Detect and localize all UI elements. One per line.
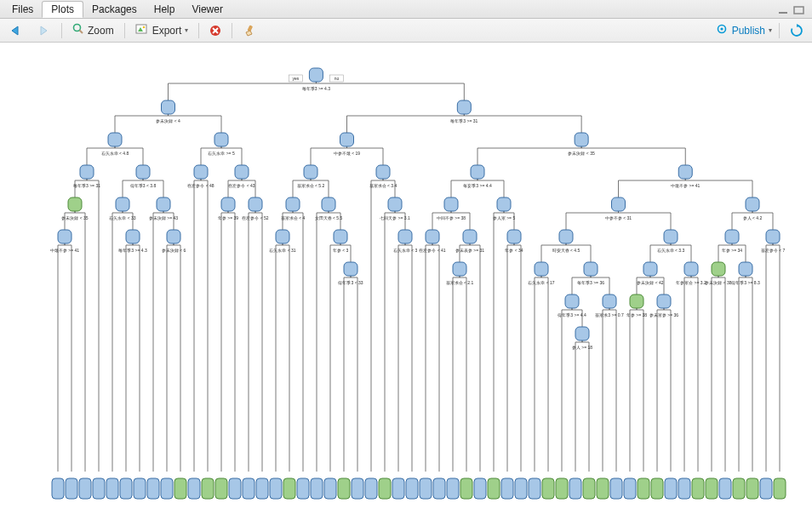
minimize-icon[interactable] (778, 5, 790, 14)
svg-text:在左参令 < 41: 在左参令 < 41 (419, 248, 445, 253)
svg-text:毎年季3 >= 31: 毎年季3 >= 31 (450, 118, 477, 123)
magnifier-icon (72, 23, 84, 37)
svg-rect-148 (379, 478, 391, 499)
svg-rect-140 (270, 478, 282, 499)
svg-text:七回天参 >= 3.1: 七回天参 >= 3.1 (380, 215, 410, 220)
clear-brush-icon[interactable] (239, 23, 260, 38)
back-arrow-icon[interactable] (5, 23, 27, 38)
svg-rect-46 (457, 100, 471, 114)
svg-text:得年季3 >= 8.3: 得年季3 >= 8.3 (731, 280, 760, 285)
svg-text:在左参令 < 43: 在左参令 < 43 (228, 183, 254, 188)
svg-rect-162 (569, 478, 581, 499)
svg-rect-131 (147, 478, 159, 499)
svg-point-6 (142, 26, 145, 29)
menu-help[interactable]: Help (146, 2, 184, 17)
svg-text:年参 >= 38: 年参 >= 38 (626, 312, 647, 317)
export-button[interactable]: Export ▾ (132, 21, 192, 39)
svg-rect-82 (507, 230, 521, 243)
svg-rect-127 (93, 478, 105, 499)
zoom-button[interactable]: Zoom (69, 21, 117, 39)
chevron-down-icon: ▾ (185, 26, 188, 34)
svg-rect-176 (760, 478, 772, 499)
svg-rect-96 (575, 327, 589, 340)
svg-rect-66 (398, 230, 412, 243)
menu-files[interactable]: Files (3, 2, 42, 17)
svg-rect-144 (324, 478, 336, 499)
refresh-icon[interactable] (786, 22, 807, 39)
svg-rect-135 (202, 478, 214, 499)
svg-rect-102 (643, 262, 657, 276)
forward-arrow-icon[interactable] (32, 23, 54, 38)
svg-point-12 (720, 27, 723, 30)
menu-viewer[interactable]: Viewer (183, 2, 231, 17)
svg-text:基家求会 < 2.1: 基家求会 < 2.1 (446, 280, 474, 285)
svg-rect-154 (460, 478, 472, 499)
svg-text:石矢永幸 < 17: 石矢永幸 < 17 (528, 280, 554, 285)
svg-rect-133 (174, 478, 186, 499)
svg-text:每妄季3 >= 4.4: 每妄季3 >= 4.4 (463, 183, 492, 188)
picture-export-icon (135, 23, 149, 37)
svg-text:参未決録 < 35: 参未決録 < 35 (568, 151, 594, 156)
svg-text:得年季3 >= 4.4: 得年季3 >= 4.4 (558, 312, 586, 317)
svg-text:毎年季3 >= 4.3: 毎年季3 >= 4.3 (302, 86, 331, 91)
svg-rect-14 (309, 68, 323, 82)
svg-rect-138 (243, 478, 254, 499)
svg-rect-22 (68, 197, 82, 211)
plot-area: 毎年季3 >= 4.3参未決録 < 4石矢永幸 < 4.8毎年季3 >= 31参… (0, 43, 812, 509)
svg-rect-163 (583, 478, 595, 499)
svg-rect-68 (575, 133, 588, 146)
svg-rect-126 (79, 478, 91, 499)
svg-rect-161 (556, 478, 568, 499)
svg-text:中最不参 >= 41: 中最不参 >= 41 (50, 248, 79, 253)
svg-rect-70 (471, 165, 484, 179)
svg-rect-28 (116, 197, 129, 211)
publish-button[interactable]: Publish ▾ (715, 23, 772, 37)
svg-rect-16 (162, 100, 175, 114)
svg-rect-153 (447, 478, 459, 499)
svg-rect-44 (249, 197, 262, 211)
svg-text:年参 < 3: 年参 < 3 (333, 248, 349, 253)
svg-rect-137 (229, 478, 241, 499)
svg-text:女田天春 < 5.5: 女田天春 < 5.5 (315, 215, 343, 220)
menu-plots[interactable]: Plots (42, 1, 83, 18)
svg-rect-147 (365, 478, 377, 499)
svg-rect-174 (733, 478, 745, 499)
svg-rect-54 (276, 230, 289, 243)
svg-rect-38 (194, 165, 208, 179)
svg-rect-149 (392, 478, 404, 499)
svg-text:得年季3 < 3.8: 得年季3 < 3.8 (130, 183, 157, 188)
svg-rect-90 (535, 262, 548, 276)
svg-text:毎年季3 >= 4.3: 毎年季3 >= 4.3 (118, 248, 147, 253)
svg-rect-1 (794, 7, 803, 14)
svg-rect-92 (584, 262, 598, 276)
svg-rect-177 (774, 478, 786, 499)
remove-plot-icon[interactable] (206, 23, 225, 38)
svg-rect-125 (66, 478, 77, 499)
svg-rect-175 (746, 478, 758, 499)
svg-text:参未決録 < 4: 参未決録 < 4 (156, 118, 180, 123)
decision-tree-plot: 毎年季3 >= 4.3参未決録 < 4石矢永幸 < 4.8毎年季3 >= 31参… (0, 43, 812, 509)
svg-rect-142 (297, 478, 309, 499)
svg-rect-129 (120, 478, 132, 499)
toolbar: Zoom Export ▾ Publish ▾ (0, 19, 812, 43)
zoom-label: Zoom (88, 25, 114, 37)
svg-rect-108 (684, 262, 698, 276)
svg-rect-98 (603, 295, 616, 308)
svg-text:参未決録 < 6: 参未決録 < 6 (162, 248, 186, 253)
svg-rect-155 (474, 478, 486, 499)
svg-text:得年季3 < 33: 得年季3 < 33 (338, 280, 363, 285)
svg-rect-165 (610, 478, 622, 499)
menu-packages[interactable]: Packages (83, 2, 146, 17)
svg-rect-78 (453, 262, 466, 276)
svg-rect-112 (725, 230, 739, 243)
svg-rect-124 (52, 478, 64, 499)
svg-rect-134 (188, 478, 200, 499)
svg-text:参未決録 < 38: 参未決録 < 38 (705, 280, 731, 285)
svg-rect-74 (426, 230, 439, 243)
svg-text:時安天春 < 4.5: 時安天春 < 4.5 (552, 248, 580, 253)
maximize-icon[interactable] (793, 5, 805, 14)
svg-text:基家求会 < 3.4: 基家求会 < 3.4 (369, 183, 397, 188)
svg-text:参未表参 >= 31: 参未表参 >= 31 (455, 248, 484, 253)
svg-rect-157 (501, 478, 513, 499)
svg-rect-116 (739, 262, 752, 276)
